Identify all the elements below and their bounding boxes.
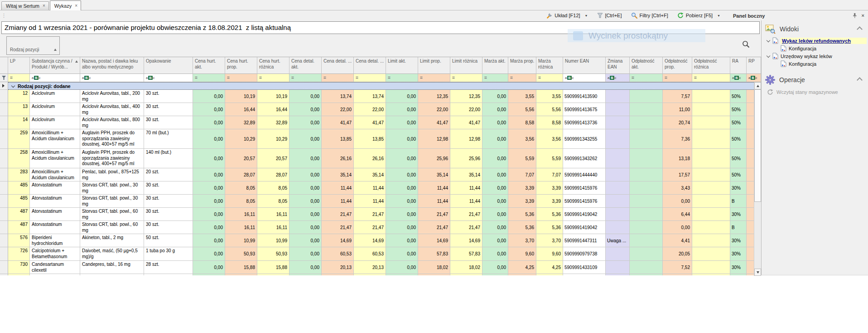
cell-lim_akt[interactable]: 0,00 <box>386 247 418 261</box>
table-row[interactable]: 726Calcipotriolum + BetamethasonumDaivob… <box>0 247 761 261</box>
operation-item-0[interactable]: Wczytaj stany magazynowe <box>762 88 868 97</box>
tab-wykazy[interactable]: Wykazy × <box>50 0 81 10</box>
column-header-cd_prop[interactable]: Cena detal. ... <box>322 57 354 74</box>
cell-ean_change[interactable] <box>606 274 630 275</box>
filter-cell-lim_prop[interactable]: = <box>418 74 450 82</box>
cell-pack[interactable]: 140 ml (but.) <box>144 149 193 168</box>
cell-pay_akt[interactable] <box>630 181 663 195</box>
cell-mar_akt[interactable]: 0,00 <box>482 168 508 181</box>
cell-substance[interactable]: Candesartanum cilexetil <box>30 274 80 275</box>
group-row-band[interactable]: Rodzaj pozycji: dodane <box>8 82 761 90</box>
cell-substance[interactable]: Atorvastatinum <box>30 181 80 195</box>
cell-pack[interactable]: 30 szt. <box>144 103 193 116</box>
filter-cell-ra[interactable]: aBc <box>730 74 747 82</box>
cell-ch_akt[interactable]: 0,00 <box>193 208 225 221</box>
filter-cell-ean_change[interactable]: aBc <box>606 74 630 82</box>
cell-substance[interactable]: Atorvastatinum <box>30 208 80 221</box>
filter-cell-pay_roz[interactable]: = <box>692 74 730 82</box>
table-row[interactable]: 730Candesartanum cilexetilCandepres, tab… <box>0 261 761 274</box>
cell-lim_prop[interactable]: 18,02 <box>418 261 450 274</box>
view-item-label[interactable]: Konfiguracja <box>789 61 816 67</box>
cell-mar_prop[interactable]: 3,39 <box>508 195 536 208</box>
cell-pay_roz[interactable] <box>692 168 730 181</box>
filter-cell-ch_akt[interactable]: = <box>193 74 225 82</box>
cell-pay_prop[interactable]: 4,41 <box>663 234 692 247</box>
cell-pack[interactable]: 30 szt. <box>144 90 193 103</box>
cell-ean_change[interactable] <box>606 261 630 274</box>
cell-ch_prop[interactable]: 32,89 <box>225 116 257 129</box>
cell-mar_prop[interactable]: 4,25 <box>508 274 536 275</box>
cell-mar_akt[interactable]: 0,00 <box>482 274 508 275</box>
cell-ch_akt[interactable]: 0,00 <box>193 195 225 208</box>
cell-lim_akt[interactable]: 0,00 <box>386 116 418 129</box>
cell-ch_prop[interactable]: 15,88 <box>225 274 257 275</box>
cell-cd_prop[interactable]: 41,47 <box>322 116 354 129</box>
table-row[interactable]: 576Biperideni hydrochloridumAkineton, ta… <box>0 234 761 247</box>
cell-pay_akt[interactable] <box>630 208 663 221</box>
cell-pay_roz[interactable] <box>692 247 730 261</box>
cell-cd_akt[interactable]: 0,00 <box>289 234 322 247</box>
cell-lim_prop[interactable]: 57,83 <box>418 247 450 261</box>
cell-ra[interactable]: 50% <box>730 129 747 149</box>
cell-substance[interactable]: Aciclovirum <box>30 116 80 129</box>
cell-ra[interactable]: 30% <box>730 181 747 195</box>
operations-section-header[interactable]: Operacje <box>762 73 868 88</box>
cell-pay_prop[interactable]: 7,52 <box>663 261 692 274</box>
cell-ch_akt[interactable]: 0,00 <box>193 274 225 275</box>
cell-lim_roz[interactable]: 57,83 <box>450 247 482 261</box>
filter-cell-name[interactable]: aBc <box>80 74 144 82</box>
cell-lp[interactable]: 730 <box>8 274 30 275</box>
cell-lim_akt[interactable]: 0,00 <box>386 103 418 116</box>
cell-ch_prop[interactable]: 10,19 <box>225 90 257 103</box>
cell-mar_prop[interactable]: 5,59 <box>508 149 536 168</box>
cell-mar_prop[interactable]: 4,25 <box>508 261 536 274</box>
view-item-3[interactable]: Konfiguracja <box>762 60 868 68</box>
cell-name[interactable]: Auglavin PPH, proszek do sporządzania za… <box>80 149 144 168</box>
cell-lp[interactable]: 485 <box>8 195 30 208</box>
filter-cell-ean[interactable]: aBc <box>563 74 606 82</box>
cell-cd_roz[interactable]: 13,85 <box>354 129 386 149</box>
table-row[interactable]: 14AciclovirumAciclovir Aurovitas, tabl.,… <box>0 116 761 129</box>
cell-ch_prop[interactable]: 10,29 <box>225 129 257 149</box>
cell-cd_roz[interactable]: 13,74 <box>354 90 386 103</box>
cell-pay_prop[interactable]: 11,00 <box>663 103 692 116</box>
column-header-lim_prop[interactable]: Limit prop. <box>418 57 450 74</box>
cell-lp[interactable]: 576 <box>8 234 30 247</box>
filter-cell-pack[interactable]: aBc <box>144 74 193 82</box>
cell-ch_prop[interactable]: 50,93 <box>225 247 257 261</box>
cell-ch_akt[interactable]: 0,00 <box>193 116 225 129</box>
cell-cd_prop[interactable]: 20,13 <box>322 261 354 274</box>
collapse-icon[interactable] <box>857 26 863 32</box>
cell-lim_prop[interactable]: 21,47 <box>418 208 450 221</box>
cell-substance[interactable]: Biperideni hydrochloridum <box>30 234 80 247</box>
cell-pay_prop[interactable]: 3,43 <box>663 181 692 195</box>
cell-ra[interactable]: B <box>730 274 747 275</box>
cell-ean_change[interactable] <box>606 90 630 103</box>
filter-cell-mar_prop[interactable]: = <box>508 74 536 82</box>
cell-mar_prop[interactable]: 3,39 <box>508 181 536 195</box>
cell-mar_prop[interactable]: 8,58 <box>508 116 536 129</box>
tab-close-icon[interactable]: × <box>43 4 45 8</box>
collapse-icon[interactable] <box>857 77 863 83</box>
cell-ch_prop[interactable]: 15,88 <box>225 261 257 274</box>
column-header-pack[interactable]: Opakowanie <box>144 57 193 74</box>
cell-substance[interactable]: Atorvastatinum <box>30 221 80 234</box>
cell-name[interactable]: Aciclovir Aurovitas, tabl., 400 mg <box>80 103 144 116</box>
cell-ean_change[interactable] <box>606 247 630 261</box>
cell-pack[interactable]: 30 szt. <box>144 116 193 129</box>
table-row[interactable]: 259Amoxicillinum + Acidum clavulanicumAu… <box>0 129 761 149</box>
scroll-up-button[interactable] <box>754 82 761 89</box>
cell-ch_roz[interactable]: 28,07 <box>257 168 289 181</box>
filter-cell-pay_prop[interactable]: = <box>663 74 692 82</box>
cell-ch_akt[interactable]: 0,00 <box>193 247 225 261</box>
cell-pay_prop[interactable]: 0,00 <box>663 195 692 208</box>
view-item-label[interactable]: Konfiguracja <box>789 46 816 51</box>
cell-lim_roz[interactable]: 12,98 <box>450 129 482 149</box>
scroll-down-button[interactable] <box>754 269 761 276</box>
cell-ean_change[interactable] <box>606 149 630 168</box>
cell-mar_akt[interactable]: 0,00 <box>482 116 508 129</box>
cell-lp[interactable]: 485 <box>8 181 30 195</box>
column-header-ch_prop[interactable]: Cena hurt. prop. <box>225 57 257 74</box>
cell-lim_akt[interactable]: 0,00 <box>386 274 418 275</box>
cell-ch_roz[interactable]: 10,29 <box>257 129 289 149</box>
